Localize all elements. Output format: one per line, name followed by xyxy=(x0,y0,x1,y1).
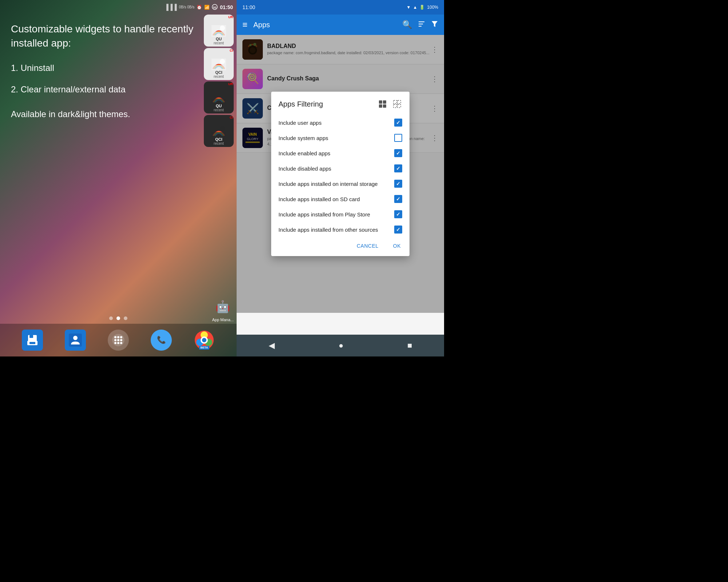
svg-point-29 xyxy=(117,342,119,344)
bottom-dock: 📞 BETA xyxy=(0,324,237,356)
bars-icon: ▐▐▐ xyxy=(164,4,177,11)
deselect-all-button[interactable] xyxy=(392,99,402,109)
filter-checkbox-user-apps[interactable]: ✓ xyxy=(394,119,402,127)
widget-2-sublabel: recent xyxy=(214,75,224,79)
svg-rect-9 xyxy=(211,99,226,104)
wifi-icon-right: ▼ xyxy=(407,5,411,10)
svg-point-22 xyxy=(114,336,116,338)
svg-point-30 xyxy=(120,342,122,344)
svg-point-7 xyxy=(220,59,225,64)
select-all-button[interactable] xyxy=(377,99,388,109)
filter-label-play-store: Include apps installed from Play Store xyxy=(278,211,394,218)
toolbar-title: Apps xyxy=(253,21,396,29)
svg-rect-63 xyxy=(397,100,401,104)
widget-4-sublabel: recent xyxy=(214,141,224,146)
filter-checkbox-sd-card[interactable]: ✓ xyxy=(394,195,402,203)
widgets-column: UR QU recent CI QCI recent xyxy=(204,15,237,147)
battery-icon-right: 🔋 xyxy=(419,5,425,10)
back-button[interactable]: ◀ xyxy=(269,341,275,350)
app-toolbar: ≡ Apps 🔍 xyxy=(237,15,444,35)
filter-row-system-apps: Include system apps xyxy=(271,130,410,146)
sort-icon[interactable] xyxy=(418,20,425,29)
dialog-header: Apps Filtering xyxy=(271,99,410,115)
apps-list: BADLAND package name: com.frogmind.badla… xyxy=(237,35,444,335)
status-bar-left: ▐▐▐ 0B/s 0B/s ⏰ 📶 92 01:50 xyxy=(0,0,237,15)
dock-contacts-button[interactable] xyxy=(65,330,86,351)
dock-chrome-button[interactable]: BETA xyxy=(194,330,215,351)
filter-checkbox-play-store[interactable]: ✓ xyxy=(394,210,402,218)
widget-2-label: QCI xyxy=(215,70,222,75)
time-right: 11:00 xyxy=(242,4,255,10)
bottom-nav: ◀ ● ■ xyxy=(237,335,444,356)
dock-save-button[interactable] xyxy=(22,330,43,351)
svg-rect-64 xyxy=(393,104,397,108)
ok-button[interactable]: OK xyxy=(387,240,407,252)
app-manager-shortcut[interactable]: 🤖 App Mana... xyxy=(212,296,234,322)
svg-text:BETA: BETA xyxy=(200,346,208,349)
filter-checkbox-enabled-apps[interactable]: ✓ xyxy=(394,149,402,157)
recents-button[interactable]: ■ xyxy=(407,341,412,350)
widget-4-label: QCI xyxy=(215,137,222,141)
widget-4-badge: CI xyxy=(230,116,233,119)
svg-point-20 xyxy=(73,336,78,340)
widget-3-badge: UR xyxy=(228,82,233,86)
filter-row-internal-storage: Include apps installed on internal stora… xyxy=(271,176,410,191)
svg-rect-65 xyxy=(397,104,401,108)
status-bar-right: 11:00 ▼ ▲ 🔋 100% xyxy=(237,0,444,15)
battery-percent: 100% xyxy=(427,5,438,10)
menu-icon[interactable]: ≡ xyxy=(242,20,248,30)
checkmark-disabled-apps: ✓ xyxy=(396,166,400,171)
filter-checkbox-internal-storage[interactable]: ✓ xyxy=(394,180,402,188)
checkmark-user-apps: ✓ xyxy=(396,120,400,125)
filter-label-disabled-apps: Include disabled apps xyxy=(278,166,394,172)
filter-checkbox-system-apps[interactable] xyxy=(394,134,402,142)
svg-rect-62 xyxy=(393,100,397,104)
page-dots xyxy=(109,316,127,320)
point-1: 1. Uninstall xyxy=(11,61,226,75)
svg-rect-6 xyxy=(211,65,226,70)
dot-1 xyxy=(109,316,113,320)
svg-rect-18 xyxy=(29,342,35,344)
right-panel: 11:00 ▼ ▲ 🔋 100% ≡ Apps 🔍 xyxy=(237,0,444,356)
widget-qci-dark[interactable]: CI QCI recent xyxy=(204,115,234,147)
checkmark-play-store: ✓ xyxy=(396,211,400,217)
dialog-title: Apps Filtering xyxy=(278,100,323,108)
svg-point-28 xyxy=(114,342,116,344)
svg-rect-59 xyxy=(383,100,386,104)
svg-point-38 xyxy=(202,338,206,342)
widget-qu-light[interactable]: UR QU recent xyxy=(204,15,234,47)
filter-checkbox-other-sources[interactable]: ✓ xyxy=(394,226,402,234)
search-icon[interactable]: 🔍 xyxy=(402,20,412,29)
widget-qu-dark[interactable]: UR QU recent xyxy=(204,81,234,113)
svg-point-25 xyxy=(114,339,116,341)
widget-3-label: QU xyxy=(216,104,222,108)
checkmark-other-sources: ✓ xyxy=(396,227,400,232)
available-text: Available in dark&light themes. xyxy=(11,107,226,121)
filter-checkbox-disabled-apps[interactable]: ✓ xyxy=(394,164,402,172)
widget-qci-light[interactable]: CI QCI recent xyxy=(204,48,234,80)
filter-row-other-sources: Include apps installed from other source… xyxy=(271,222,410,237)
svg-point-4 xyxy=(220,25,225,31)
home-button[interactable]: ● xyxy=(339,341,343,350)
filter-label-sd-card: Include apps installed on SD card xyxy=(278,196,394,202)
filter-label-user-apps: Include user apps xyxy=(278,120,394,126)
filter-row-disabled-apps: Include disabled apps ✓ xyxy=(271,161,410,176)
filter-label-internal-storage: Include apps installed on internal stora… xyxy=(278,181,394,187)
dot-2-active xyxy=(116,316,120,320)
svg-point-13 xyxy=(220,126,225,131)
dock-apps-button[interactable] xyxy=(108,330,129,351)
checkmark-enabled-apps: ✓ xyxy=(396,150,400,156)
signal-icon: 92 xyxy=(212,4,218,11)
svg-rect-60 xyxy=(379,104,382,108)
data-speed: 0B/s 0B/s xyxy=(179,5,194,9)
time-left: 01:50 xyxy=(220,4,233,10)
filter-icon[interactable] xyxy=(431,20,438,29)
dialog-overlay: Apps Filtering xyxy=(237,35,444,313)
cancel-button[interactable]: CANCEL xyxy=(351,240,384,252)
svg-point-24 xyxy=(120,336,122,338)
filter-row-play-store: Include apps installed from Play Store ✓ xyxy=(271,207,410,222)
filter-label-system-apps: Include system apps xyxy=(278,135,394,141)
dock-phone-button[interactable]: 📞 xyxy=(151,330,172,351)
app-manager-label: App Mana... xyxy=(212,318,234,322)
svg-point-23 xyxy=(117,336,119,338)
